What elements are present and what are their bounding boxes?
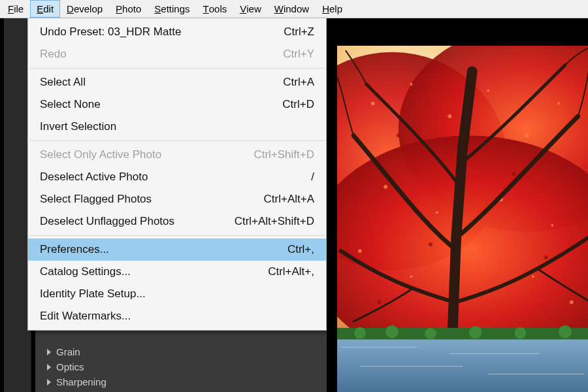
disclosure-triangle-icon: [47, 379, 51, 385]
svg-point-10: [384, 185, 387, 189]
menu-item-label: Invert Selection: [40, 120, 314, 133]
menubar-item-tools[interactable]: Tools: [197, 0, 234, 18]
edit-menu: Undo Preset: 03_HDR MatteCtrl+ZRedoCtrl+…: [27, 18, 327, 331]
disclosure-triangle-icon: [47, 364, 51, 370]
menu-item-shortcut: Ctrl+Alt+,: [268, 265, 314, 278]
menu-item-select-none[interactable]: Select NoneCtrl+D: [28, 93, 326, 116]
menu-item-edit-watermarks[interactable]: Edit Watermarks...: [28, 305, 326, 327]
menu-item-label: Select None: [40, 98, 282, 111]
menu-item-label: Select Only Active Photo: [40, 148, 253, 161]
preset-item-label: Optics: [56, 361, 84, 372]
menu-item-label: Identity Plate Setup...: [40, 287, 314, 301]
svg-point-24: [377, 301, 381, 304]
menu-item-label: Preferences...: [40, 243, 287, 256]
menu-item-shortcut: /: [311, 171, 314, 184]
svg-point-32: [385, 325, 399, 338]
menu-item-label: Redo: [40, 48, 283, 61]
svg-point-36: [559, 325, 572, 338]
menu-item-label: Edit Watermarks...: [40, 310, 314, 323]
svg-rect-30: [337, 328, 588, 340]
svg-point-23: [544, 255, 548, 259]
preset-item-optics[interactable]: Optics: [35, 359, 327, 374]
menu-separator: [29, 68, 325, 69]
preset-list: GrainOpticsSharpening: [35, 339, 327, 392]
menu-item-shortcut: Ctrl+A: [283, 76, 314, 89]
menu-item-shortcut: Ctrl+Alt+Shift+D: [235, 215, 314, 228]
menu-separator: [29, 235, 325, 236]
disclosure-triangle-icon: [47, 349, 51, 355]
svg-point-4: [371, 101, 375, 105]
menubar-item-help[interactable]: Help: [316, 0, 349, 18]
menu-item-undo-preset-03-hdr-matte[interactable]: Undo Preset: 03_HDR MatteCtrl+Z: [28, 21, 326, 43]
menu-item-deselect-unflagged-photos[interactable]: Deselect Unflagged PhotosCtrl+Alt+Shift+…: [28, 210, 326, 233]
menu-item-label: Select All: [40, 76, 283, 89]
svg-point-19: [397, 133, 400, 137]
svg-point-31: [354, 327, 366, 339]
image-preview: [337, 46, 588, 392]
svg-point-15: [410, 275, 413, 278]
menu-item-shortcut: Ctrl+D: [282, 98, 314, 111]
svg-point-13: [551, 224, 553, 227]
menu-item-label: Undo Preset: 03_HDR Matte: [40, 25, 284, 39]
menu-separator: [29, 140, 325, 141]
menu-item-select-only-active-photo: Select Only Active PhotoCtrl+Shift+D: [28, 144, 326, 166]
menubar-item-window[interactable]: Window: [268, 0, 316, 18]
menubar: FileEditDevelopPhotoSettingsToolsViewWin…: [0, 0, 588, 18]
svg-point-14: [358, 249, 362, 253]
svg-point-7: [487, 90, 489, 92]
menubar-item-view[interactable]: View: [233, 0, 268, 18]
preset-item-label: Grain: [56, 346, 80, 357]
menu-item-select-all[interactable]: Select AllCtrl+A: [28, 71, 326, 93]
menu-item-deselect-active-photo[interactable]: Deselect Active Photo/: [28, 166, 326, 188]
svg-point-33: [425, 328, 436, 340]
svg-point-17: [532, 275, 534, 278]
menu-item-label: Deselect Unflagged Photos: [40, 215, 235, 228]
menubar-item-develop[interactable]: Develop: [60, 0, 109, 18]
preset-item-sharpening[interactable]: Sharpening: [35, 374, 327, 389]
menu-item-select-flagged-photos[interactable]: Select Flagged PhotosCtrl+Alt+A: [28, 188, 326, 210]
svg-point-6: [448, 114, 451, 118]
svg-point-34: [469, 326, 482, 339]
svg-point-18: [570, 301, 574, 304]
svg-rect-25: [337, 338, 588, 392]
svg-point-22: [429, 242, 433, 246]
menu-item-preferences[interactable]: Preferences...Ctrl+,: [28, 238, 326, 261]
menubar-item-photo[interactable]: Photo: [109, 0, 148, 18]
preset-item-label: Sharpening: [56, 376, 106, 387]
preset-item-grain[interactable]: Grain: [35, 344, 327, 359]
svg-point-5: [410, 83, 413, 86]
menu-item-catalog-settings[interactable]: Catalog Settings...Ctrl+Alt+,: [28, 261, 326, 283]
menu-item-shortcut: Ctrl+Y: [283, 48, 314, 61]
menu-item-invert-selection[interactable]: Invert Selection: [28, 116, 326, 138]
menu-item-redo: RedoCtrl+Y: [28, 43, 326, 65]
menubar-item-file[interactable]: File: [1, 0, 30, 18]
menu-item-identity-plate-setup[interactable]: Identity Plate Setup...: [28, 283, 326, 305]
menubar-item-settings[interactable]: Settings: [148, 0, 196, 18]
menu-item-label: Select Flagged Photos: [40, 193, 264, 206]
menubar-item-edit[interactable]: Edit: [30, 0, 60, 18]
svg-point-35: [515, 327, 527, 339]
svg-point-9: [557, 102, 560, 105]
menu-item-shortcut: Ctrl+,: [287, 243, 314, 256]
menu-item-shortcut: Ctrl+Shift+D: [253, 148, 314, 161]
menu-item-shortcut: Ctrl+Alt+A: [264, 193, 314, 206]
svg-point-11: [436, 211, 438, 214]
menu-item-label: Deselect Active Photo: [40, 171, 311, 184]
menu-item-label: Catalog Settings...: [40, 265, 268, 278]
menu-item-shortcut: Ctrl+Z: [284, 25, 314, 39]
svg-point-21: [512, 172, 516, 176]
svg-point-8: [525, 133, 529, 137]
